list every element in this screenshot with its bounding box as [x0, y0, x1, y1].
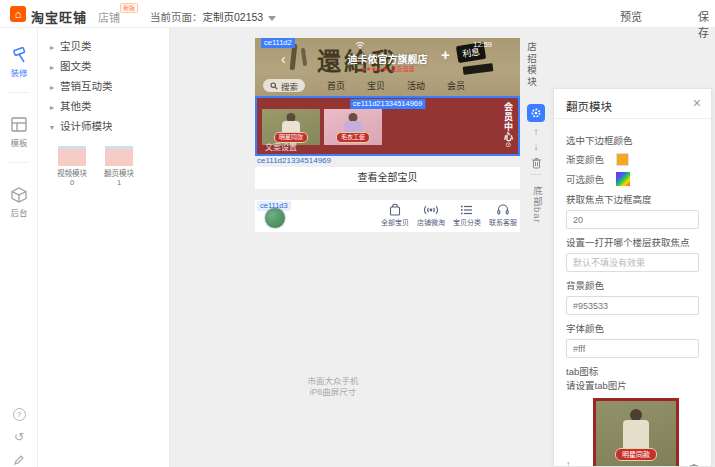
- bottombar-item-weitao[interactable]: 店铺微淘: [413, 203, 449, 227]
- bottombar-items: 全部宝贝 店铺微淘 宝贝分类 联系客服: [377, 203, 517, 227]
- undo-button[interactable]: ↺: [0, 430, 38, 444]
- tree-item-label: 宝贝类: [60, 40, 92, 52]
- optional-color-label: 可选颜色: [566, 174, 608, 185]
- font-color-input[interactable]: [566, 339, 699, 358]
- move-down-button[interactable]: ↓: [534, 142, 539, 152]
- tree-item-others[interactable]: ▸其他类: [38, 96, 170, 116]
- search-label: 搜索: [281, 80, 298, 92]
- status-time: 12:59: [473, 40, 492, 49]
- bottombar-item-all-products[interactable]: 全部宝贝: [377, 203, 413, 227]
- bottombar-item-categories[interactable]: 宝贝分类: [449, 203, 485, 227]
- collapsed-arrow-icon: ▸: [50, 103, 54, 112]
- delete-image-button[interactable]: [689, 463, 699, 467]
- reorder-arrows: ↑ ↓: [566, 460, 571, 467]
- trash-icon: [689, 463, 699, 467]
- module-tree-panel: ▸宝贝类 ▸图文类 ▸营销互动类 ▸其他类 ▾设计师模块 视频模块0 翻页模块1: [38, 28, 170, 467]
- cube-icon: [0, 186, 38, 204]
- close-icon[interactable]: ×: [693, 95, 701, 111]
- app-window: ⌂ 淘宝旺铺 店铺 新版 当前页面：定制页02153 预览 保存 装修 模板: [0, 0, 715, 467]
- broadcast-icon: [413, 203, 449, 216]
- module-thumb-label: 视频模块0: [48, 169, 96, 187]
- focus-height-input[interactable]: [566, 210, 699, 229]
- rail-label-template: 模板: [0, 136, 38, 148]
- shop-nav-activity[interactable]: 活动: [407, 79, 425, 92]
- trash-icon: [531, 157, 542, 169]
- rail-item-backend[interactable]: 后台: [0, 186, 38, 218]
- tree-item-label: 设计师模块: [60, 120, 113, 132]
- tab-image-block: 明星同款 ↑ ↓: [566, 396, 699, 467]
- move-up-button[interactable]: ↑: [566, 460, 571, 467]
- save-button[interactable]: 保存: [698, 8, 715, 40]
- focus-height-label: 获取焦点下边框高度: [566, 194, 699, 206]
- optional-color-swatch[interactable]: [616, 172, 630, 186]
- gradient-color-label: 渐变颜色: [566, 154, 608, 165]
- shop-rating: ★★★★★进店逛逛: [255, 64, 520, 73]
- headset-icon: [485, 203, 521, 216]
- module-thumb-video[interactable]: [58, 146, 86, 166]
- rail-label-backend: 后台: [0, 206, 38, 218]
- shop-nav-member[interactable]: 会员: [447, 79, 465, 92]
- tab-image-preview[interactable]: 明星同款: [593, 398, 679, 467]
- gradient-color-row: 渐变颜色: [566, 153, 699, 166]
- font-color-label: 字体颜色: [566, 323, 699, 335]
- bottombar-vertical-label: 底部bar: [530, 186, 544, 224]
- rail-item-decorate[interactable]: 装修: [0, 46, 38, 78]
- module-action-toolbar: ↑ ↓: [526, 104, 546, 175]
- template-icon: [0, 116, 38, 134]
- tree-item-label: 其他类: [60, 100, 92, 112]
- shop-tab[interactable]: 店铺: [98, 9, 120, 25]
- rail-divider: [9, 92, 29, 93]
- optional-color-row: 可选颜色: [566, 172, 699, 186]
- list-icon: [449, 203, 485, 216]
- bottombar-item-service[interactable]: 联系客服: [485, 203, 521, 227]
- shop-nav-home[interactable]: 首页: [327, 79, 345, 92]
- pencil-icon: [13, 455, 25, 467]
- enter-shop-text[interactable]: 进店逛逛: [390, 66, 414, 72]
- delete-module-button[interactable]: [531, 157, 542, 169]
- shop-search-pill[interactable]: 搜索: [263, 79, 305, 92]
- module-id-text: ce111d21334514969: [255, 156, 520, 166]
- bag-icon: [377, 203, 413, 216]
- bottombar-module[interactable]: ce111d3 全部宝贝 店铺微淘 宝贝分类: [255, 200, 520, 232]
- settings-button[interactable]: [527, 104, 545, 122]
- module-thumb-pageflip[interactable]: [105, 146, 133, 166]
- shopsign-module[interactable]: 還給我 + 利息 12:59 ‹ 迪卡侬官方旗舰店 ★★★★★进店逛逛 搜索: [255, 38, 520, 96]
- shopsign-vertical-label: 店招模块: [524, 42, 538, 88]
- viewall-module[interactable]: 查看全部宝贝: [255, 167, 520, 189]
- tree-item-imagetext[interactable]: ▸图文类: [38, 56, 170, 76]
- vip-center-vertical-label[interactable]: 会员中心⊙: [502, 102, 515, 149]
- floor-focus-input[interactable]: [566, 253, 699, 272]
- bg-color-input[interactable]: [566, 296, 699, 315]
- tab-icon-hint: 请设置tab图片: [566, 380, 699, 392]
- tab-icon-label: tab图标: [566, 366, 699, 378]
- stars: ★★★★★: [361, 66, 388, 72]
- vip-dot-icon: ⊙: [505, 142, 512, 149]
- current-page-selector[interactable]: 当前页面：定制页02153: [150, 9, 276, 24]
- chevron-down-icon: [268, 16, 276, 21]
- rail-item-template[interactable]: 模板: [0, 116, 38, 148]
- collapsed-arrow-icon: ▸: [50, 43, 54, 52]
- undo-icon: ↺: [14, 430, 24, 444]
- tab-image-pill: 明星同款: [615, 448, 657, 461]
- tree-item-designer[interactable]: ▾设计师模块: [38, 116, 170, 136]
- module-id-chip: ce111d2: [261, 38, 295, 48]
- move-up-button[interactable]: ↑: [534, 127, 539, 137]
- canvas-size-note: 市面大众手机 iP6曲屏尺寸: [288, 376, 378, 398]
- module-settings-panel: 翻页模块 × 选中下边框颜色 渐变颜色 可选颜色 获取焦点下边框高度 设置一打开…: [553, 88, 712, 467]
- phone-preview: 還給我 + 利息 12:59 ‹ 迪卡侬官方旗舰店 ★★★★★进店逛逛 搜索: [255, 38, 520, 232]
- preview-button[interactable]: 预览: [620, 8, 642, 24]
- tree-item-products[interactable]: ▸宝贝类: [38, 36, 170, 56]
- pageflip-module-selected[interactable]: ce111d21334514969 明星同款 毛衣工装 文案设置 会员中心⊙: [255, 96, 520, 156]
- help-button[interactable]: ?: [0, 406, 38, 421]
- current-page-value: 定制页02153: [203, 11, 264, 23]
- toolbar-divider: [530, 174, 542, 175]
- gradient-color-swatch[interactable]: [616, 153, 629, 166]
- tree-item-marketing[interactable]: ▸营销互动类: [38, 76, 170, 96]
- bg-color-label: 背景颜色: [566, 280, 699, 292]
- wifi-icon: [355, 41, 365, 49]
- edit-button[interactable]: [0, 454, 38, 467]
- banner-photo-right: 毛衣工装: [324, 109, 382, 145]
- rail-label-decorate: 装修: [0, 66, 38, 78]
- photo-tag-pill[interactable]: 毛衣工装: [336, 132, 370, 143]
- shop-nav-products[interactable]: 宝贝: [367, 79, 385, 92]
